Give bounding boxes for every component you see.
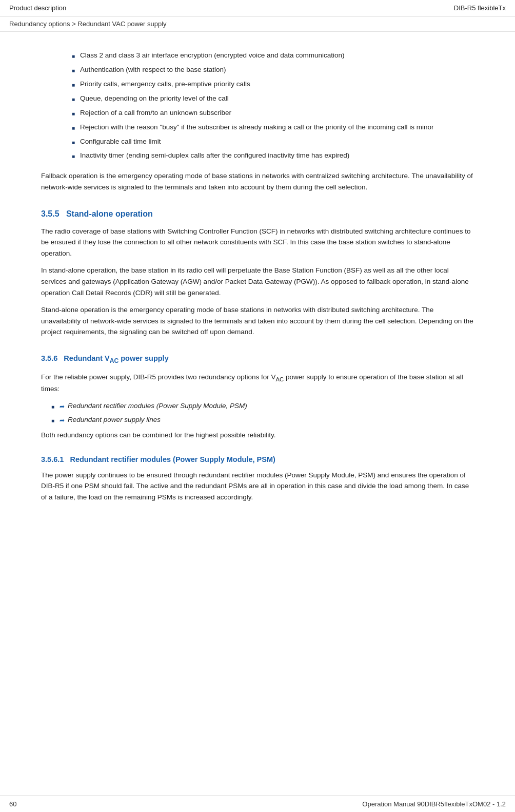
feature-list: ■ Class 2 and class 3 air interface encr… xyxy=(72,50,474,161)
list-item: ■ ➦ Redundant rectifier modules (Power S… xyxy=(51,401,474,412)
section-356-heading: 3.5.6 Redundant VAC power supply xyxy=(41,354,474,364)
bullet-icon: ■ xyxy=(72,139,75,147)
section-356-bullets: ■ ➦ Redundant rectifier modules (Power S… xyxy=(51,401,474,426)
bullet-icon: ■ xyxy=(72,81,75,89)
breadcrumb: Redundancy options > Redundant VAC power… xyxy=(0,16,515,32)
bullet-icon: ■ xyxy=(72,152,75,161)
section-355-para-2: In stand-alone operation, the base stati… xyxy=(41,265,474,298)
fallback-paragraph: Fallback operation is the emergency oper… xyxy=(41,170,474,192)
link-icon: ➦ xyxy=(60,402,65,412)
bullet-icon: ■ xyxy=(72,95,75,104)
list-item: ■ Class 2 and class 3 air interface encr… xyxy=(72,50,474,61)
list-item: ■ Queue, depending on the priority level… xyxy=(72,93,474,104)
header-right: DIB-R5 flexibleTx xyxy=(454,4,506,12)
section-356-conclusion: Both redundancy options can be combined … xyxy=(41,430,474,441)
header-left: Product description xyxy=(9,4,66,12)
bullet-icon: ■ xyxy=(72,67,75,75)
list-item: ■ Rejection of a call from/to an unknown… xyxy=(72,108,474,119)
bullet-icon: ■ xyxy=(72,124,75,132)
footer-doc-info: Operation Manual 90DIBR5flexibleTxOM02 -… xyxy=(362,800,506,808)
list-item: ■ Authentication (with respect to the ba… xyxy=(72,65,474,75)
section-3561-heading: 3.5.6.1 Redundant rectifier modules (Pow… xyxy=(41,455,474,463)
list-item: ■ Priority calls, emergency calls, pre-e… xyxy=(72,79,474,90)
bullet-icon: ■ xyxy=(51,417,54,425)
section-355: 3.5.5 Stand-alone operation The radio co… xyxy=(41,209,474,338)
bullet-icon: ■ xyxy=(51,403,54,411)
bullet-icon: ■ xyxy=(72,52,75,61)
section-355-heading: 3.5.5 Stand-alone operation xyxy=(41,209,474,219)
list-item: ■ Inactivity timer (ending semi-duplex c… xyxy=(72,150,474,161)
footer-page-number: 60 xyxy=(9,800,16,808)
section-356-intro: For the reliable power supply, DIB-R5 pr… xyxy=(41,372,474,395)
list-item: ■ Configurable call time limit xyxy=(72,137,474,147)
section-355-para-1: The radio coverage of base stations with… xyxy=(41,226,474,259)
section-3561: 3.5.6.1 Redundant rectifier modules (Pow… xyxy=(41,455,474,503)
section-3561-paragraph: The power supply continues to be ensured… xyxy=(41,470,474,503)
list-item: ■ ➦ Redundant power supply lines xyxy=(51,415,474,426)
link-icon: ➦ xyxy=(60,416,65,426)
bullet-icon: ■ xyxy=(72,110,75,118)
list-item: ■ Rejection with the reason "busy" if th… xyxy=(72,122,474,133)
section-356: 3.5.6 Redundant VAC power supply For the… xyxy=(41,354,474,441)
section-355-para-3: Stand-alone operation is the emergency o… xyxy=(41,304,474,338)
